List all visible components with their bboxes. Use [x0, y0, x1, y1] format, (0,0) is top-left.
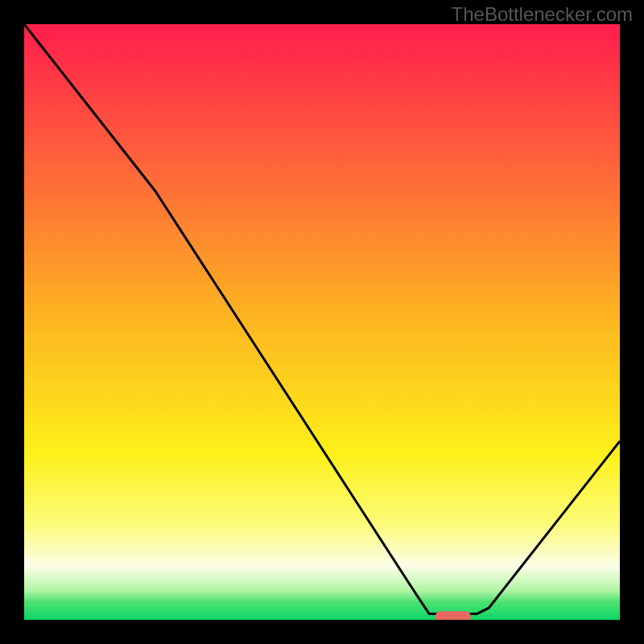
watermark-text: TheBottlenecker.com — [452, 3, 633, 26]
chart-container — [24, 24, 620, 620]
chart-svg — [24, 24, 620, 620]
optimal-marker — [436, 611, 471, 620]
chart-background — [24, 24, 620, 620]
